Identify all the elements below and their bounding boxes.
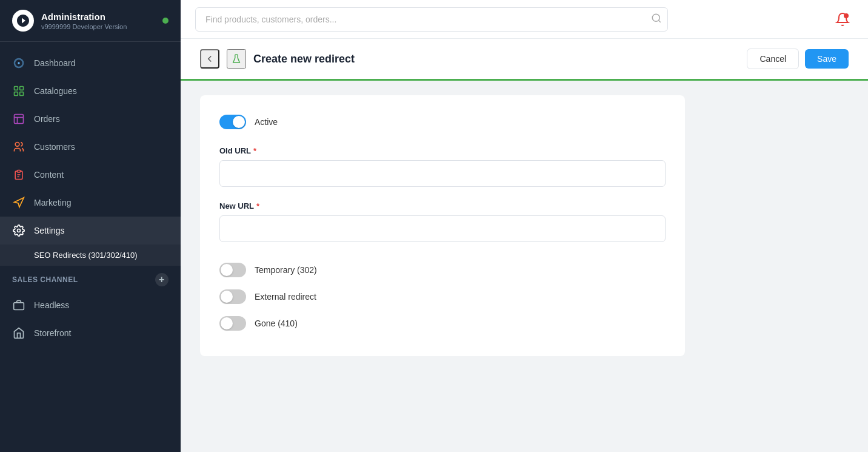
old-url-field: Old URL * — [219, 146, 666, 187]
sidebar-item-headless[interactable]: Headless — [0, 291, 181, 319]
svg-line-13 — [658, 20, 660, 22]
sidebar-item-dashboard[interactable]: Dashboard — [0, 49, 181, 77]
sidebar-item-label: Orders — [34, 114, 60, 124]
sidebar-item-label: Dashboard — [34, 58, 76, 68]
old-url-label: Old URL * — [219, 146, 666, 155]
sales-channel-label: Sales channel — [12, 275, 78, 284]
notification-button[interactable] — [832, 8, 853, 30]
form-card: Active Old URL * New URL * — [200, 95, 685, 356]
add-sales-channel-button[interactable]: + — [155, 273, 169, 286]
svg-rect-1 — [15, 87, 18, 90]
toggle-thumb — [221, 264, 233, 276]
content-icon — [12, 168, 25, 181]
external-toggle[interactable] — [219, 289, 246, 304]
customers-icon — [12, 140, 25, 153]
svg-rect-11 — [14, 303, 24, 310]
sidebar-item-label: Settings — [34, 226, 65, 235]
cancel-button[interactable]: Cancel — [747, 49, 799, 69]
sidebar: Administration v9999999 Developer Versio… — [0, 0, 181, 452]
toggle-thumb — [233, 116, 245, 128]
required-star: * — [256, 201, 259, 211]
sidebar-sub-item-label: SEO Redirects (301/302/410) — [34, 251, 138, 260]
sidebar-item-marketing[interactable]: Marketing — [0, 189, 181, 217]
gone-toggle[interactable] — [219, 316, 246, 331]
main-content: Create new redirect Cancel Save Active O… — [181, 0, 868, 452]
flask-button[interactable] — [227, 49, 246, 69]
settings-icon — [12, 224, 25, 237]
external-option-row: External redirect — [219, 283, 666, 310]
sidebar-item-label: Content — [34, 170, 64, 180]
back-button[interactable] — [200, 49, 219, 69]
options-section: Temporary (302) External redirect — [219, 257, 666, 337]
svg-rect-3 — [15, 92, 18, 96]
sidebar-header: Administration v9999999 Developer Versio… — [0, 0, 181, 42]
svg-rect-2 — [20, 87, 24, 90]
content-area: Active Old URL * New URL * — [181, 81, 868, 452]
required-star: * — [253, 146, 256, 155]
gone-label: Gone (410) — [255, 319, 298, 328]
temporary-toggle[interactable] — [219, 263, 246, 277]
search-wrapper — [195, 7, 668, 32]
app-version: v9999999 Developer Version — [41, 23, 127, 30]
sidebar-item-customers[interactable]: Customers — [0, 133, 181, 161]
marketing-icon — [12, 196, 25, 209]
save-button[interactable]: Save — [805, 49, 849, 69]
svg-rect-5 — [15, 115, 24, 124]
catalogue-icon — [12, 84, 25, 98]
svg-point-6 — [15, 143, 19, 147]
sidebar-sub-item-seo-redirects[interactable]: SEO Redirects (301/302/410) — [0, 245, 181, 266]
sales-channel-header: Sales channel + — [0, 266, 181, 291]
svg-point-10 — [18, 229, 21, 232]
active-toggle[interactable] — [219, 115, 246, 129]
new-url-input[interactable] — [219, 215, 666, 242]
app-logo — [12, 10, 34, 32]
external-label: External redirect — [255, 292, 316, 302]
page-header: Create new redirect Cancel Save — [181, 39, 868, 81]
gone-option-row: Gone (410) — [219, 310, 666, 337]
svg-point-0 — [18, 62, 19, 64]
sidebar-item-label: Customers — [34, 142, 75, 152]
new-url-field: New URL * — [219, 201, 666, 242]
topbar — [181, 0, 868, 39]
active-label: Active — [255, 117, 278, 127]
search-icon[interactable] — [651, 13, 662, 26]
dashboard-icon — [12, 56, 25, 70]
temporary-label: Temporary (302) — [255, 265, 317, 275]
svg-rect-4 — [20, 92, 24, 96]
svg-rect-7 — [18, 170, 21, 172]
search-input[interactable] — [195, 7, 668, 32]
headless-icon — [12, 299, 25, 312]
header-actions: Cancel Save — [747, 49, 849, 69]
sidebar-item-orders[interactable]: Orders — [0, 105, 181, 133]
page-title: Create new redirect — [253, 53, 739, 66]
sidebar-item-settings[interactable]: Settings — [0, 217, 181, 245]
old-url-input[interactable] — [219, 160, 666, 187]
sidebar-item-label: Marketing — [34, 198, 71, 207]
toggle-thumb — [221, 317, 233, 329]
sidebar-item-label: Storefront — [34, 328, 71, 338]
app-title: Administration — [41, 12, 127, 22]
active-toggle-row: Active — [219, 115, 666, 129]
orders-icon — [12, 112, 25, 126]
toggle-thumb — [221, 291, 233, 303]
new-url-label: New URL * — [219, 201, 666, 211]
sidebar-item-storefront[interactable]: Storefront — [0, 319, 181, 347]
sidebar-item-label: Catalogues — [34, 86, 77, 96]
nav-items: Dashboard Catalogues Orders Customers — [0, 42, 181, 452]
temporary-option-row: Temporary (302) — [219, 257, 666, 283]
storefront-icon — [12, 326, 25, 340]
sidebar-item-catalogues[interactable]: Catalogues — [0, 77, 181, 105]
sidebar-item-label: Headless — [34, 300, 69, 310]
sidebar-item-content[interactable]: Content — [0, 161, 181, 189]
svg-point-14 — [844, 13, 849, 18]
online-indicator — [162, 18, 169, 24]
svg-point-12 — [652, 14, 659, 21]
